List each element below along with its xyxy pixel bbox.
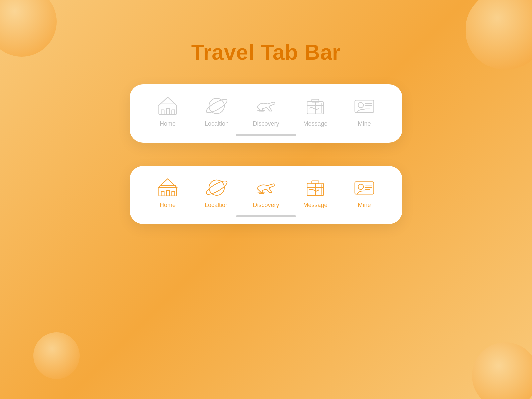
tab-label-home-inactive: Home [160,120,176,127]
tab-label-home-active: Home [160,202,176,209]
decorative-circle-bottom-right [472,342,532,399]
id-card-icon [351,94,378,118]
svg-rect-1 [161,110,164,114]
tab-item-discovery-active[interactable]: Discovery [246,176,286,209]
inactive-tab-bar: Home Localtion [130,84,402,143]
svg-point-17 [358,102,363,108]
tab-item-mine-inactive[interactable]: Mine [344,94,384,127]
svg-point-29 [205,179,229,197]
tab-bar-indicator-inactive [236,134,296,136]
tab-bar-indicator-active [236,215,296,217]
tab-bars-container: Home Localtion [0,84,532,224]
tab-item-home-inactive[interactable]: Home [148,94,188,127]
tab-label-mine-active: Mine [358,202,371,209]
luggage-icon [302,94,329,118]
svg-rect-37 [355,182,374,194]
tab-label-discovery-inactive: Discovery [253,120,279,127]
plane-icon-active [253,176,279,199]
svg-rect-16 [355,100,374,112]
svg-rect-3 [172,110,175,114]
id-card-icon-active [351,176,378,199]
svg-point-7 [209,98,224,114]
tab-item-location-active[interactable]: Localtion [197,176,237,209]
temple-icon [154,94,181,118]
active-tab-bar: Home Localtion [130,166,402,224]
temple-icon-active [154,176,181,199]
page-title: Travel Tab Bar [0,0,532,78]
svg-marker-25 [158,179,177,188]
svg-point-28 [209,180,224,195]
tab-item-home-active[interactable]: Home [148,176,188,209]
inactive-tab-bar-items: Home Localtion [143,94,389,127]
tab-label-mine-inactive: Mine [358,120,371,127]
svg-rect-22 [161,192,164,196]
luggage-icon-active [302,176,329,199]
svg-point-8 [205,97,229,115]
svg-rect-24 [172,192,175,196]
active-tab-bar-items: Home Localtion [143,176,389,209]
tab-label-message-active: Message [303,202,327,209]
tab-label-location-active: Localtion [205,202,229,209]
planet-icon [203,94,230,118]
svg-marker-4 [158,97,177,106]
tab-item-location-inactive[interactable]: Localtion [197,94,237,127]
tab-item-discovery-inactive[interactable]: Discovery [246,94,286,127]
plane-icon [253,94,279,118]
tab-item-message-inactive[interactable]: Message [295,94,335,127]
svg-rect-23 [166,190,169,196]
svg-point-38 [358,184,363,189]
svg-rect-2 [166,109,169,114]
planet-icon-active [203,176,230,199]
tab-label-location-inactive: Localtion [205,120,229,127]
tab-label-message-inactive: Message [303,120,327,127]
tab-item-mine-active[interactable]: Mine [344,176,384,209]
tab-item-message-active[interactable]: Message [295,176,335,209]
decorative-circle-bottom-left [33,332,80,379]
tab-label-discovery-active: Discovery [253,202,279,209]
